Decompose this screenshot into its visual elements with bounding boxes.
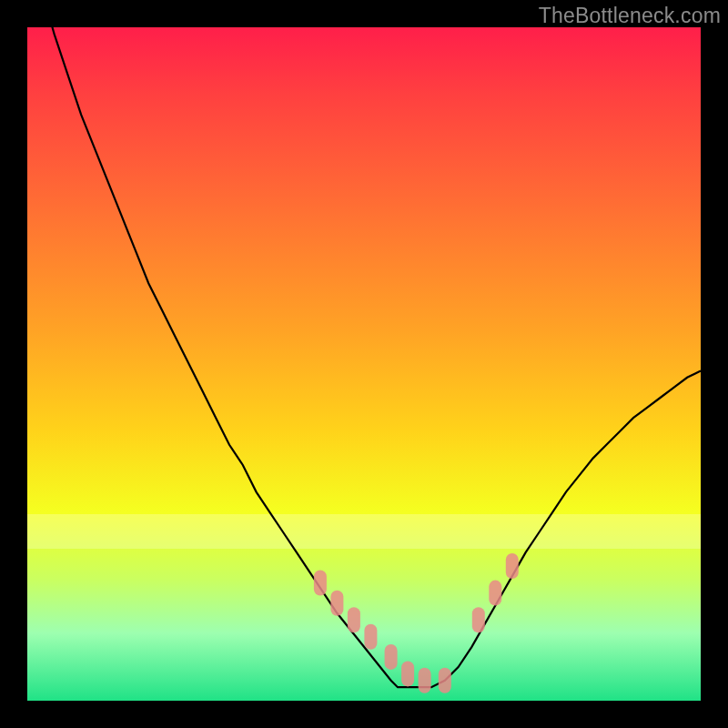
bottleneck-curve (27, 27, 701, 687)
curve-marker (439, 668, 451, 693)
watermark-text: TheBottleneck.com (539, 4, 721, 28)
curve-marker (401, 661, 414, 686)
chart-frame: TheBottleneck.com (0, 0, 728, 728)
curve-marker (385, 644, 398, 670)
curve-marker (330, 591, 343, 616)
plot-svg (27, 27, 701, 701)
curve-marker (472, 607, 485, 632)
curve-marker (314, 571, 327, 596)
curve-marker (419, 668, 431, 693)
curve-marker (348, 607, 360, 632)
curve-marker (364, 624, 377, 650)
curve-marker (506, 553, 519, 579)
curve-marker (489, 581, 501, 606)
plot-area (27, 27, 701, 701)
